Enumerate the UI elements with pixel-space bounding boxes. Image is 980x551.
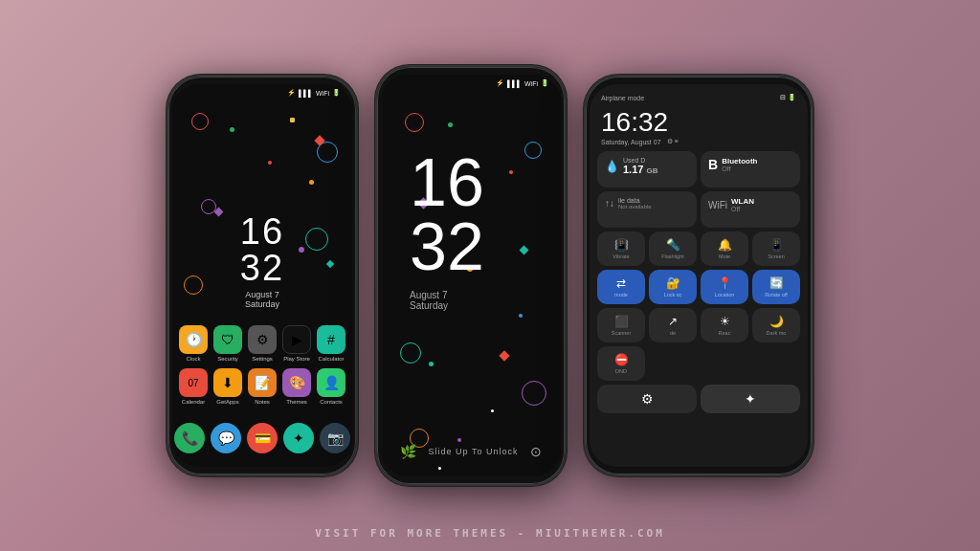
app-calculator[interactable]: # Calculator xyxy=(317,325,345,362)
app-notes[interactable]: 📝 Notes xyxy=(248,368,277,405)
app-calendar[interactable]: 07 Calendar xyxy=(179,368,208,405)
status-icons-2: ⚡ ▌▌▌ WiFi 🔋 xyxy=(496,79,549,87)
cc-icon-row-2: ⇄ mode 🔐 Lock sc 📍 Location 🔄 Rotate off xyxy=(597,270,800,304)
btn-settings[interactable]: ⚙ xyxy=(597,385,697,413)
diamond xyxy=(499,350,509,361)
btn-react[interactable]: ☀ Reac xyxy=(701,308,748,342)
app-messages[interactable]: 💬 xyxy=(211,423,241,453)
dot xyxy=(438,467,441,470)
app-wallet[interactable]: 💳 xyxy=(247,423,278,453)
app-contacts[interactable]: 👤 Contacts xyxy=(317,368,345,405)
app-getapps[interactable]: ⬇ GetApps xyxy=(213,368,242,405)
btn-scanner[interactable]: ⬛ Scanner xyxy=(597,308,645,342)
btn-location[interactable]: 📍 Location xyxy=(701,270,748,304)
ring xyxy=(191,113,209,130)
data-icon: 💧 xyxy=(605,160,619,173)
btn-mode[interactable]: ⇄ mode xyxy=(597,270,645,304)
app-row-1: 🕐 Clock 🛡 Security ⚙ Settings ▶ Play Sto… xyxy=(172,325,352,362)
airplane-mode-label: Airplane mode xyxy=(601,95,644,101)
cc-tile-bluetooth[interactable]: B Bluetooth Off xyxy=(701,151,800,187)
app-clock[interactable]: 🕐 Clock xyxy=(179,325,208,362)
app-security[interactable]: 🛡 Security xyxy=(213,325,242,362)
btn-rotate[interactable]: 🔄 Rotate off xyxy=(752,270,800,304)
btn-darkmode[interactable]: 🌙 Dark mo xyxy=(752,308,800,342)
phone-2-clock: 16 32 August 7 Saturday xyxy=(381,151,561,311)
react-icon: ☀ xyxy=(720,315,730,328)
btn-brightness[interactable]: ✦ xyxy=(701,385,800,413)
battery-icon: 🔋 xyxy=(332,89,341,97)
wifi-icon: WiFi xyxy=(316,90,329,97)
settings-icon: ⚙ xyxy=(641,391,654,407)
lock-screen-icon: 🔐 xyxy=(666,276,680,290)
app-phone[interactable]: 📞 xyxy=(174,423,205,453)
cc-tiles: 💧 Used D 1.17 GB B Bluetooth xyxy=(597,151,800,228)
dnd-icon: ⛔ xyxy=(614,353,629,366)
lock-icon: 🌿 xyxy=(400,444,416,459)
screen-icon: 📱 xyxy=(769,238,784,252)
slide-unlock[interactable]: 🌿 Slide Up To Unlock ⊙ xyxy=(381,444,561,459)
dot xyxy=(230,127,234,132)
mobile-data-icon: ↑↓ xyxy=(605,198,614,209)
app-themes[interactable]: 🎨 Themes xyxy=(282,368,311,405)
scanner-icon: ⬛ xyxy=(614,315,629,328)
de-icon: ↗ xyxy=(668,315,678,328)
cc-icon-row-3: ⬛ Scanner ↗ de ☀ Reac 🌙 Dark mo xyxy=(597,308,800,381)
cc-tile-data[interactable]: 💧 Used D 1.17 GB xyxy=(597,151,697,187)
cc-date: Saturday, August 07 ⚙ ≡ xyxy=(597,138,800,145)
btn-vibrate[interactable]: 📳 Vibrate xyxy=(597,231,645,266)
phones-container: ⚡ ▌▌▌ WiFi 🔋 xyxy=(0,0,980,551)
cc-icon-row-1: 📳 Vibrate 🔦 Flashlight 🔔 Mute 📱 Screen xyxy=(597,231,800,266)
ring xyxy=(405,113,424,132)
app-settings[interactable]: ⚙ Settings xyxy=(248,325,277,362)
slide-text: Slide Up To Unlock xyxy=(429,447,519,456)
dot xyxy=(268,161,272,165)
btn-de[interactable]: ↗ de xyxy=(649,308,697,342)
phone-2: ⚡ ▌▌▌ WiFi 🔋 xyxy=(375,65,567,486)
control-center: Airplane mode ⊟ 🔋 16:32 Saturday, August… xyxy=(590,84,808,467)
location-icon: 📍 xyxy=(718,276,732,290)
dot xyxy=(309,180,314,185)
phone-2-screen: ⚡ ▌▌▌ WiFi 🔋 xyxy=(381,75,561,476)
dot xyxy=(519,314,523,318)
btn-screen[interactable]: 📱 Screen xyxy=(752,231,800,266)
app-camera[interactable]: 📷 xyxy=(320,423,350,453)
mode-icon: ⇄ xyxy=(616,276,626,290)
btn-mute[interactable]: 🔔 Mute xyxy=(701,231,748,266)
app-playstore[interactable]: ▶ Play Store xyxy=(282,325,311,362)
ring xyxy=(522,381,546,406)
dot xyxy=(457,438,461,442)
cc-tile-mobile-data[interactable]: ↑↓ ile data Not available xyxy=(597,191,697,228)
rotate-icon: 🔄 xyxy=(769,276,784,290)
phone-1-status-bar: ⚡ ▌▌▌ WiFi 🔋 xyxy=(172,84,352,101)
cc-tile-wlan[interactable]: WiFi WLAN Off xyxy=(701,191,800,228)
signal-icon: ▌▌▌ xyxy=(299,90,313,97)
brightness-icon: ✦ xyxy=(745,391,756,407)
settings-icon-small: ⚙ ≡ xyxy=(667,138,679,145)
darkmode-icon: 🌙 xyxy=(769,315,784,328)
watermark: VISIT FOR MORE THEMES - MIUITHEMER.COM xyxy=(0,527,980,540)
dot xyxy=(448,122,453,127)
dot xyxy=(491,409,494,412)
bluetooth-icon-2: ⚡ xyxy=(496,79,504,87)
bluetooth-icon: ⚡ xyxy=(287,89,296,97)
clock-hours-1: 16 32 xyxy=(240,213,284,286)
phone-3: Airplane mode ⊟ 🔋 16:32 Saturday, August… xyxy=(584,75,813,476)
clock-date-1: August 7 Saturday xyxy=(245,290,279,309)
dot xyxy=(429,362,434,366)
btn-dnd[interactable]: ⛔ DND xyxy=(597,346,645,381)
cc-bottom: ⚙ ✦ xyxy=(597,385,800,413)
phone-1: ⚡ ▌▌▌ WiFi 🔋 xyxy=(167,75,358,476)
cc-header: Airplane mode ⊟ 🔋 xyxy=(597,92,800,103)
phone-3-screen: Airplane mode ⊟ 🔋 16:32 Saturday, August… xyxy=(590,84,808,467)
phone-1-clock: 16 32 August 7 Saturday xyxy=(172,213,352,309)
app-dock: 📞 💬 💳 ✦ 📷 xyxy=(172,423,352,453)
vibrate-icon: 📳 xyxy=(614,238,629,252)
btn-lockscreen[interactable]: 🔐 Lock sc xyxy=(649,270,697,304)
phone-2-date: August 7 Saturday xyxy=(410,290,448,311)
battery-icon-2: 🔋 xyxy=(541,79,549,87)
btn-flashlight[interactable]: 🔦 Flashlight xyxy=(649,231,697,266)
phone-1-screen: ⚡ ▌▌▌ WiFi 🔋 xyxy=(172,84,352,467)
cc-battery: ⊟ 🔋 xyxy=(780,94,796,101)
app-assistant[interactable]: ✦ xyxy=(283,423,314,453)
app-row-2: 07 Calendar ⬇ GetApps 📝 Notes 🎨 Themes 👤 xyxy=(172,368,352,405)
